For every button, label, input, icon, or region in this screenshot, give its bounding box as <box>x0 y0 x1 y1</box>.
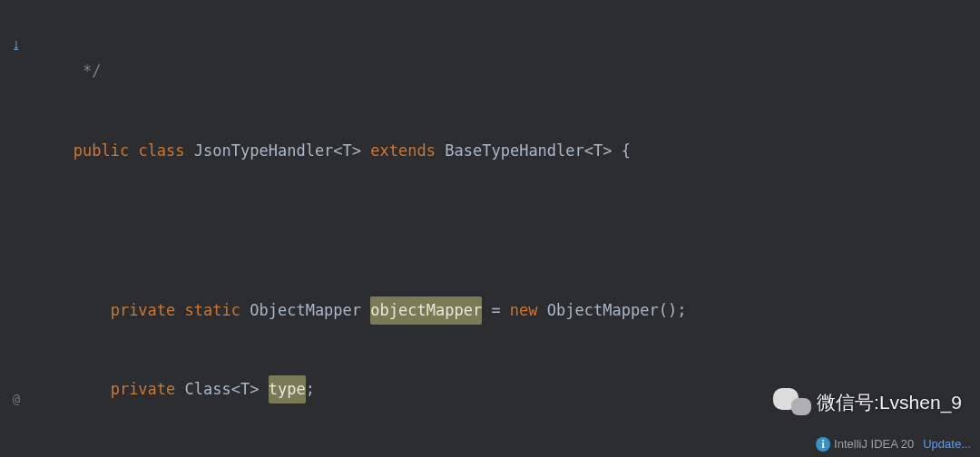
status-update[interactable]: Update... <box>923 434 971 454</box>
watermark: 微信号: Lvshen_9 <box>773 386 962 419</box>
highlight-type: type <box>269 375 306 404</box>
comment-close: */ <box>83 58 101 84</box>
watermark-label: 微信号 <box>817 386 874 419</box>
info-icon: i <box>816 437 830 452</box>
watermark-value: Lvshen_9 <box>879 386 962 419</box>
wechat-icon <box>773 386 813 419</box>
gutter: ⤓ @ <box>0 0 33 457</box>
highlight-objectmapper: objectMapper <box>370 297 482 325</box>
line-field-objectmapper: private static ObjectMapper objectMapper… <box>45 297 980 324</box>
override-icon[interactable]: @ <box>0 386 33 413</box>
status-product[interactable]: i IntelliJ IDEA 20 <box>816 434 914 454</box>
implements-icon[interactable]: ⤓ <box>0 33 33 60</box>
gutter-blank-0 <box>0 5 33 33</box>
statusbar: i IntelliJ IDEA 20 Update... <box>816 432 971 457</box>
line-class-decl: public class JsonTypeHandler<T> extends … <box>45 138 980 165</box>
